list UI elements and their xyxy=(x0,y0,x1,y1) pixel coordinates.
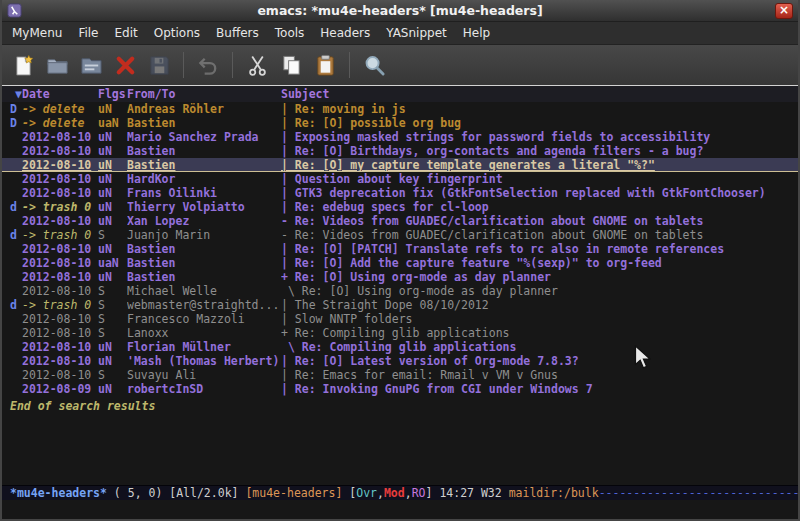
message-row[interactable]: 2012-08-10SFrancesco Mazzoli| Slow NNTP … xyxy=(2,312,798,326)
message-row[interactable]: 2012-08-10uaNBastien| Re: [O] Add the ca… xyxy=(2,256,798,270)
emacs-window: emacs: *mu4e-headers* [mu4e-headers] × M… xyxy=(0,0,800,521)
header-col-date[interactable]: Date xyxy=(22,86,98,102)
header-col-flags[interactable]: Flgs xyxy=(98,86,127,102)
message-date: 2012-08-10 xyxy=(22,354,98,368)
dired-icon[interactable] xyxy=(74,49,108,81)
message-flags: S xyxy=(98,326,127,340)
new-file-icon-glyph xyxy=(12,54,35,77)
message-flags: uN xyxy=(98,242,127,256)
message-subject: | Re: edebug specs for cl-loop xyxy=(281,200,798,214)
message-mark-prefix xyxy=(2,256,22,270)
message-row[interactable]: 2012-08-10uNBastien| Re: [O] [PATCH] Tra… xyxy=(2,242,798,256)
kill-buffer-icon[interactable] xyxy=(108,49,142,81)
message-mark-prefix xyxy=(2,158,22,172)
modeline-segment: RO xyxy=(412,486,426,500)
message-subject: | GTK3 deprecation fix (GtkFontSelection… xyxy=(281,186,798,200)
search-icon[interactable] xyxy=(357,49,391,81)
message-date: -> delete xyxy=(22,102,98,116)
message-row[interactable]: 2012-08-10SMichael Welle \ Re: [O] Using… xyxy=(2,284,798,298)
message-from: HardKor xyxy=(127,172,281,186)
message-row[interactable]: 2012-08-10uNBastien| Re: [O] my capture … xyxy=(2,158,798,172)
message-row[interactable]: D-> deleteuNAndreas Röhler| Re: moving i… xyxy=(2,102,798,116)
message-row[interactable]: 2012-08-10uNMario Sanchez Prada| Exposin… xyxy=(2,130,798,144)
message-from: Bastien xyxy=(127,158,281,172)
message-from: Xan Lopez xyxy=(127,214,281,228)
title-bar[interactable]: emacs: *mu4e-headers* [mu4e-headers] × xyxy=(2,0,798,22)
menu-item-mymenu[interactable]: MyMenu xyxy=(4,22,70,44)
menu-item-headers[interactable]: Headers xyxy=(312,22,378,44)
message-row[interactable]: 2012-08-09uNrobertcInSD| Re: Invoking Gn… xyxy=(2,382,798,396)
message-mark-prefix xyxy=(2,312,22,326)
menu-item-edit[interactable]: Edit xyxy=(107,22,146,44)
message-subject: | Exposing masked strings for password f… xyxy=(281,130,798,144)
message-mark-prefix xyxy=(2,214,22,228)
message-row[interactable]: d-> trash 0Swebmaster@straightd...| The … xyxy=(2,298,798,312)
modeline-segment: [All/2.0k] xyxy=(169,486,245,500)
menu-item-tools[interactable]: Tools xyxy=(267,22,313,44)
message-date: 2012-08-10 xyxy=(22,158,98,172)
message-row[interactable]: d-> trash 0SJuanjo Marin- Re: Videos fro… xyxy=(2,228,798,242)
message-list: D-> deleteuNAndreas Röhler| Re: moving i… xyxy=(2,102,798,396)
message-row[interactable]: 2012-08-10uNXan Lopez- Re: Videos from G… xyxy=(2,214,798,228)
message-flags: uN xyxy=(98,158,127,172)
message-flags: uN xyxy=(98,382,127,396)
message-date: 2012-08-10 xyxy=(22,172,98,186)
message-flags: uN xyxy=(98,186,127,200)
new-file-icon[interactable] xyxy=(6,49,40,81)
message-subject: - Re: Videos from GUADEC/clarification a… xyxy=(281,214,798,228)
message-from: Bastien xyxy=(127,144,281,158)
message-row[interactable]: 2012-08-10uNFrans Oilinki| GTK3 deprecat… xyxy=(2,186,798,200)
message-flags: uN xyxy=(98,354,127,368)
menu-item-file[interactable]: File xyxy=(70,22,106,44)
message-row[interactable]: 2012-08-10SLanoxx+ Re: Compiling glib ap… xyxy=(2,326,798,340)
message-date: 2012-08-10 xyxy=(22,312,98,326)
message-date: 2012-08-10 xyxy=(22,186,98,200)
modeline-segment: [mu4e-headers] xyxy=(245,486,349,500)
message-from: Andreas Röhler xyxy=(127,102,281,116)
message-subject: | Slow NNTP folders xyxy=(281,312,798,326)
undo-icon xyxy=(191,49,225,81)
copy-icon-glyph xyxy=(280,54,303,77)
modeline-segment: Mod xyxy=(384,486,405,500)
menu-item-buffers[interactable]: Buffers xyxy=(208,22,267,44)
message-date: -> trash 0 xyxy=(22,200,98,214)
message-subject: + Re: Compiling glib applications xyxy=(281,326,798,340)
message-row[interactable]: 2012-08-10uN'Mash (Thomas Herbert)| Re: … xyxy=(2,354,798,368)
message-mark-prefix xyxy=(2,172,22,186)
message-row[interactable]: D-> deleteuaNBastien| Re: [O] possible o… xyxy=(2,116,798,130)
cut-icon[interactable] xyxy=(240,49,274,81)
message-flags: S xyxy=(98,312,127,326)
header-col-from[interactable]: From/To xyxy=(127,86,281,102)
message-mark-prefix: D xyxy=(2,102,22,116)
message-from: 'Mash (Thomas Herbert) xyxy=(127,354,281,368)
paste-icon[interactable] xyxy=(308,49,342,81)
message-row[interactable]: 2012-08-10uNBastien| Re: [O] Birthdays, … xyxy=(2,144,798,158)
menu-item-help[interactable]: Help xyxy=(455,22,498,44)
message-row[interactable]: 2012-08-10SSuvayu Ali| Re: Emacs for ema… xyxy=(2,368,798,382)
window-close-button[interactable]: × xyxy=(775,3,793,19)
message-subject: | Re: [O] [PATCH] Translate refs to rc a… xyxy=(281,242,798,256)
message-subject: - Re: Videos from GUADEC/clarification a… xyxy=(281,228,798,242)
message-mark-prefix xyxy=(2,382,22,396)
menu-item-options[interactable]: Options xyxy=(146,22,208,44)
window-icon xyxy=(7,3,22,18)
modeline-segment: ----------------------------------------… xyxy=(599,486,798,500)
toolbar-separator xyxy=(349,52,350,78)
mode-line[interactable]: *mu4e-headers* ( 5, 0) [All/2.0k] [mu4e-… xyxy=(2,485,798,500)
message-flags: uN xyxy=(98,214,127,228)
message-mark-prefix xyxy=(2,242,22,256)
open-file-icon[interactable] xyxy=(40,49,74,81)
menu-item-yasnippet[interactable]: YASnippet xyxy=(378,22,455,44)
message-row[interactable]: 2012-08-10uNFlorian Müllner \ Re: Compil… xyxy=(2,340,798,354)
echo-area[interactable] xyxy=(2,500,798,518)
modeline-segment: , xyxy=(377,486,384,500)
window-title: emacs: *mu4e-headers* [mu4e-headers] xyxy=(2,3,798,18)
message-mark-prefix xyxy=(2,186,22,200)
message-row[interactable]: 2012-08-10uNBastien+ Re: [O] Using org-m… xyxy=(2,270,798,284)
message-row[interactable]: 2012-08-10uNHardKor| Question about key … xyxy=(2,172,798,186)
copy-icon[interactable] xyxy=(274,49,308,81)
message-flags: S xyxy=(98,298,127,312)
header-col-subject[interactable]: Subject xyxy=(281,86,798,102)
message-date: 2012-08-10 xyxy=(22,284,98,298)
message-row[interactable]: d-> trash 0uNThierry Volpiatto| Re: edeb… xyxy=(2,200,798,214)
